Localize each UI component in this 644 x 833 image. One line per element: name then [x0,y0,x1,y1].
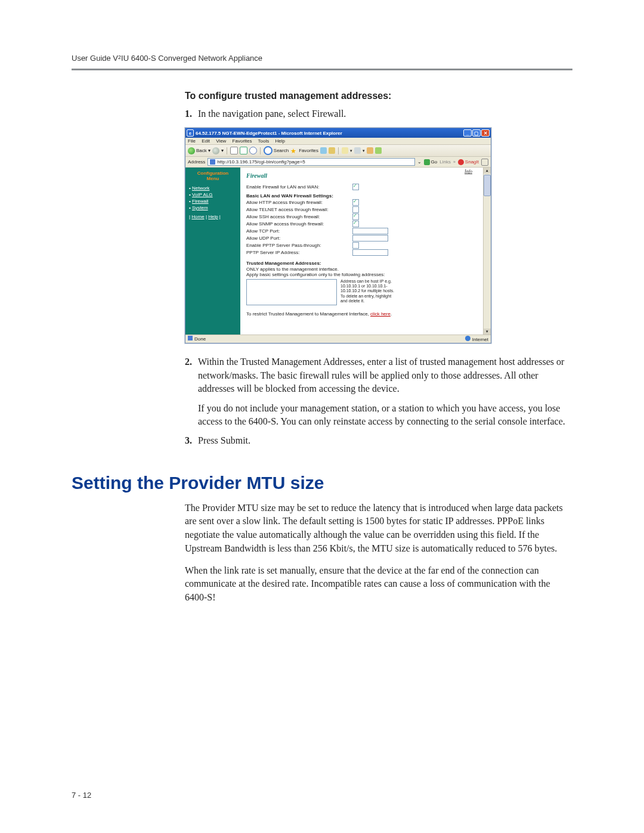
sidebar-home-link[interactable]: Home [191,214,204,219]
embedded-screenshot: 64.52.177.5 NGT-EWN-EdgeProtect1 - Micro… [185,128,491,343]
dropdown-icon: ▾ [363,148,365,153]
configuration-menu-sidebar: Configuration Menu Network VoIP ALG Fire… [185,168,240,335]
restrict-note: To restrict Trusted Management to Manage… [246,311,477,317]
panel-title: Firewall [246,172,477,179]
media-button[interactable] [320,147,327,154]
trusted-header: Trusted Management Addresses: [246,261,477,266]
sidebar-help-link[interactable]: Help [208,214,218,219]
label-pptp: Enable PPTP Server Pass-through: [246,243,352,248]
row-ssh: Allow SSH access through firewall: [246,213,477,220]
back-label: Back [196,148,207,153]
favorites-button[interactable]: ★Favorites [290,147,318,154]
row-tcp: Allow TCP Port: [246,228,477,234]
label-udp: Allow UDP Port: [246,236,352,241]
trusted-hint: Address can be host IP e.g. 10.10.10.1 o… [340,279,398,305]
row-pptp: Enable PPTP Server Pass-through: [246,242,477,249]
sidebar-item-firewall[interactable]: Firewall [189,199,237,204]
menu-help[interactable]: Help [275,138,285,144]
step-text: In the navigation pane, select Firewall. [198,107,572,120]
step-2: 2. Within the Trusted Management Address… [185,355,572,395]
scroll-down-arrow[interactable]: ▾ [484,329,491,335]
edit-button[interactable] [367,147,373,154]
maximize-button[interactable]: ▢ [472,129,481,137]
sidebar-title-2: Menu [207,176,219,181]
separator [260,147,261,154]
step-1: 1. In the navigation pane, select Firewa… [185,107,572,120]
dropdown-icon: ▾ [350,148,352,153]
step-3: 3. Press Submit. [185,434,572,447]
trusted-input-row: Address can be host IP e.g. 10.10.10.1 o… [246,279,477,305]
sidebar-item-network[interactable]: Network [189,185,237,191]
scroll-up-arrow[interactable]: ▴ [484,168,491,174]
address-dropdown[interactable]: ⌄ [417,159,422,165]
checkbox-snmp[interactable] [352,221,359,227]
menu-file[interactable]: File [188,138,196,144]
step-number: 1. [185,107,198,120]
print-button[interactable] [354,147,361,154]
sidebar-title-1: Configuration [197,171,228,176]
document-page: User Guide V2IU 6400-S Converged Network… [0,0,644,833]
status-done-label: Done [194,336,206,342]
ie-menubar: File Edit View Favorites Tools Help [185,138,491,145]
close-button[interactable]: ✕ [481,129,490,137]
vertical-scrollbar[interactable]: ▴ ▾ [483,168,491,335]
go-button[interactable]: Go [424,159,438,165]
restrict-link[interactable]: click here [370,311,391,317]
checkbox-http[interactable] [352,199,359,206]
mtu-para1: The Provider MTU size may be set to redu… [185,501,572,556]
sidebar-title: Configuration Menu [189,171,237,182]
procedure-steps-cont: 2. Within the Trusted Management Address… [185,355,572,395]
restrict-pre: To restrict Trusted Management to Manage… [246,311,370,317]
procedure-steps-cont2: 3. Press Submit. [185,434,572,447]
search-button[interactable]: Search [264,146,289,155]
firewall-panel: Info Firewall Enable Firewall for LAN an… [240,168,483,335]
checkbox-pptp[interactable] [352,242,359,249]
input-udp-port[interactable] [352,235,388,241]
input-pptp-ip[interactable] [352,249,388,256]
menu-edit[interactable]: Edit [202,138,210,144]
row-snmp: Allow SNMP access through firewall: [246,221,477,227]
home-button[interactable] [249,147,257,154]
favorites-label: Favorites [299,148,318,153]
star-icon: ★ [290,147,298,154]
checkbox-telnet[interactable] [352,206,359,213]
scroll-thumb[interactable] [484,175,491,196]
procedure-subhead: To configure trusted management addresse… [185,91,572,101]
menu-tools[interactable]: Tools [258,138,270,144]
snagit-button[interactable]: SnagIt [458,159,479,165]
back-button[interactable]: Back ▾ [188,147,210,154]
row-telnet: Allow TELNET access through firewall: [246,206,477,213]
snagit-window-icon[interactable] [481,159,488,166]
forward-button[interactable] [212,147,219,154]
back-icon [188,147,195,154]
links-label[interactable]: Links [439,159,451,165]
sidebar-item-voip-alg[interactable]: VoIP ALG [189,192,237,197]
mail-button[interactable] [342,147,348,154]
info-link[interactable]: Info [465,169,472,174]
input-tcp-port[interactable] [352,228,388,234]
sidebar-home-help: | Home | Help | [189,214,237,219]
globe-icon [465,336,470,341]
address-input[interactable]: http://10.3.196.175/cgi-bin/config?page=… [208,158,414,166]
ie-titlebar: 64.52.177.5 NGT-EWN-EdgeProtect1 - Micro… [185,128,491,138]
section-heading-mtu: Setting the Provider MTU size [72,473,572,493]
trusted-addresses-textarea[interactable] [246,279,337,305]
menu-favorites[interactable]: Favorites [233,138,252,144]
stop-button[interactable] [230,147,238,154]
history-button[interactable] [329,147,335,154]
address-label: Address [188,159,205,165]
sidebar-item-system[interactable]: System [189,205,237,210]
label-telnet: Allow TELNET access through firewall: [246,207,352,212]
status-zone-label: Internet [472,337,488,342]
step-number: 2. [185,355,198,395]
header-text-post: IU 6400-S Converged Network Appliance [121,54,262,63]
menu-view[interactable]: View [216,138,226,144]
ie-toolbar: Back ▾ ▾ Search ★Favorites ▾ ▾ [185,145,491,157]
minimize-button[interactable]: _ [463,129,472,137]
content-block: To configure trusted management addresse… [185,91,572,448]
label-http: Allow HTTP access through firewall: [246,200,352,205]
checkbox-enable[interactable] [352,184,359,190]
refresh-button[interactable] [240,147,247,154]
messenger-button[interactable] [375,147,382,154]
checkbox-ssh[interactable] [352,213,359,220]
